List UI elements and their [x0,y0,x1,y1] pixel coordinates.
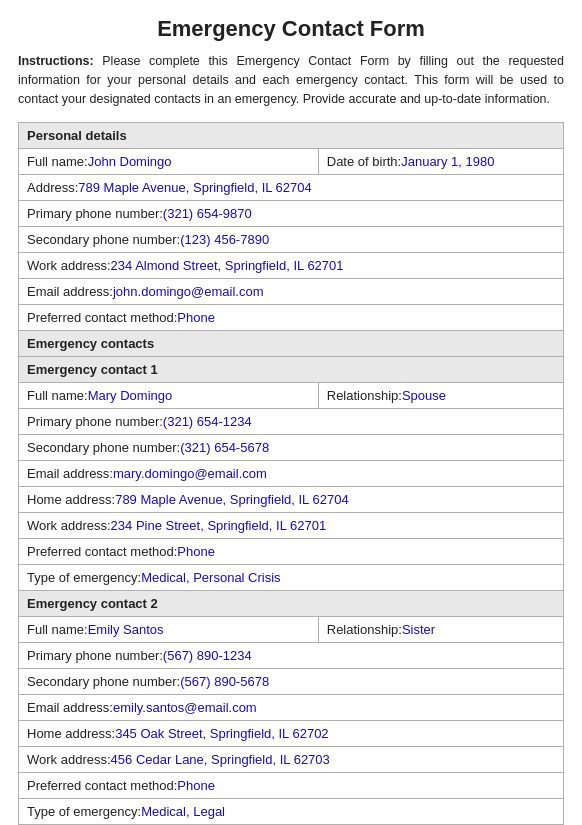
instructions-text: Instructions: Please complete this Emerg… [18,52,564,108]
table-row: Secondary phone number:(321) 654-5678 [19,435,564,461]
table-row: Full name:Mary DomingoRelationship:Spous… [19,383,564,409]
emergency-contact-2-header: Emergency contact 2 [19,591,564,617]
table-row: Work address:456 Cedar Lane, Springfield… [19,747,564,773]
table-row: Email address:emily.santos@email.com [19,695,564,721]
form-table: Personal details Full name:John DomingoD… [18,122,564,825]
table-row: Secondary phone number:(123) 456-7890 [19,227,564,253]
table-row: Address:789 Maple Avenue, Springfield, I… [19,175,564,201]
table-row: Type of emergency:Medical, Personal Cris… [19,565,564,591]
personal-details-header: Personal details [19,123,564,149]
table-row: Preferred contact method:Phone [19,773,564,799]
table-row: Email address:mary.domingo@email.com [19,461,564,487]
table-row: Primary phone number:(567) 890-1234 [19,643,564,669]
table-row: Work address:234 Pine Street, Springfiel… [19,513,564,539]
emergency-contact-1-header: Emergency contact 1 [19,357,564,383]
table-row: Home address:789 Maple Avenue, Springfie… [19,487,564,513]
table-row: Type of emergency:Medical, Legal [19,799,564,825]
table-row: Primary phone number:(321) 654-1234 [19,409,564,435]
table-row: Home address:345 Oak Street, Springfield… [19,721,564,747]
table-row: Primary phone number:(321) 654-9870 [19,201,564,227]
table-row: Full name:John DomingoDate of birth:Janu… [19,149,564,175]
table-row: Secondary phone number:(567) 890-5678 [19,669,564,695]
table-row: Email address:john.domingo@email.com [19,279,564,305]
page-title: Emergency Contact Form [18,16,564,42]
emergency-contacts-header: Emergency contacts [19,331,564,357]
table-row: Preferred contact method:Phone [19,305,564,331]
table-row: Work address:234 Almond Street, Springfi… [19,253,564,279]
table-row: Full name:Emily SantosRelationship:Siste… [19,617,564,643]
table-row: Preferred contact method:Phone [19,539,564,565]
